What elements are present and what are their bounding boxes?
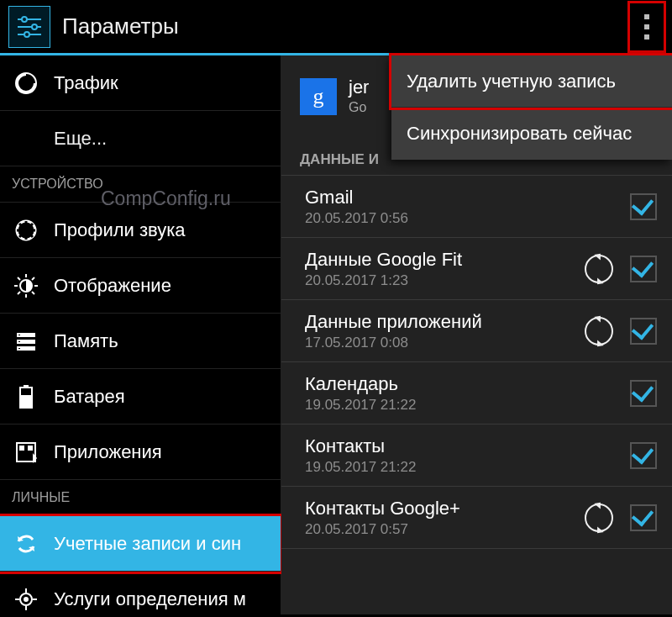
sidebar-item-battery[interactable]: Батарея — [0, 369, 281, 425]
sync-checkbox[interactable] — [630, 380, 657, 407]
sidebar-item-accounts[interactable]: Учетные записи и син — [0, 516, 281, 572]
sidebar-item-sound[interactable]: Профили звука — [0, 203, 281, 258]
svg-point-3 — [32, 24, 37, 29]
sync-checkbox[interactable] — [630, 318, 657, 345]
sync-checkbox[interactable] — [630, 442, 657, 469]
sidebar-item-apps[interactable]: Приложения — [0, 425, 281, 480]
sync-checkbox[interactable] — [630, 256, 657, 282]
sidebar-item-label: Батарея — [54, 386, 125, 408]
account-provider: Go — [349, 100, 369, 115]
sidebar-item-label: Еще... — [54, 128, 107, 150]
sidebar-item-label: Учетные записи и син — [54, 533, 241, 555]
page-title: Параметры — [62, 13, 179, 40]
sync-item-time: 17.05.2017 0:08 — [305, 335, 585, 351]
sync-item-time: 20.05.2017 0:57 — [305, 521, 585, 538]
svg-point-30 — [24, 598, 28, 601]
svg-rect-25 — [20, 395, 32, 408]
sync-item[interactable]: Данные Google Fit20.05.2017 1:23 — [281, 238, 672, 300]
sidebar-item-label: Профили звука — [54, 219, 186, 241]
overflow-menu-button[interactable] — [630, 3, 664, 50]
sync-item-title: Данные приложений — [305, 311, 585, 333]
sync-item[interactable]: Календарь19.05.2017 21:22 — [281, 362, 672, 425]
sync-item-title: Контакты — [305, 435, 630, 457]
sync-item[interactable]: Контакты Google+20.05.2017 0:57 — [281, 487, 672, 549]
apps-icon — [13, 440, 39, 465]
menu-item-label: Синхронизировать сейчас — [407, 123, 632, 145]
sidebar-section-personal: ЛИЧНЫЕ — [0, 480, 281, 516]
svg-rect-20 — [18, 335, 20, 335]
sidebar-item-label: Приложения — [54, 441, 162, 463]
svg-rect-28 — [28, 446, 33, 451]
storage-icon — [13, 329, 39, 354]
svg-point-1 — [22, 17, 27, 22]
sidebar-item-label: Услуги определения м — [54, 588, 246, 610]
sync-item-time: 19.05.2017 21:22 — [305, 459, 630, 476]
sync-item-title: Gmail — [305, 187, 630, 208]
sidebar-item-location[interactable]: Услуги определения м — [0, 572, 281, 617]
sidebar-item-storage[interactable]: Память — [0, 314, 281, 369]
svg-rect-27 — [19, 446, 24, 451]
sync-progress-icon — [585, 317, 613, 345]
sync-checkbox[interactable] — [630, 504, 657, 531]
brightness-icon — [13, 273, 39, 298]
menu-item-remove-account[interactable]: Удалить учетную запись — [391, 55, 672, 108]
sync-progress-icon — [585, 504, 613, 532]
sidebar-item-label: Трафик — [54, 72, 118, 94]
svg-line-15 — [32, 277, 34, 280]
settings-icon — [8, 6, 50, 48]
sync-item-time: 20.05.2017 1:23 — [305, 272, 585, 289]
battery-icon — [13, 384, 39, 409]
google-icon: g — [300, 78, 337, 115]
sidebar-item-traffic[interactable]: Трафик — [0, 55, 281, 111]
svg-line-14 — [32, 292, 34, 294]
sync-icon — [13, 531, 39, 556]
sync-item[interactable]: Контакты19.05.2017 21:22 — [281, 425, 672, 487]
sidebar-item-display[interactable]: Отображение — [0, 258, 281, 314]
more-vert-icon — [643, 14, 650, 40]
sound-icon — [13, 218, 39, 243]
svg-rect-21 — [18, 341, 20, 342]
svg-rect-22 — [18, 348, 20, 349]
sync-item-title: Календарь — [305, 373, 630, 395]
sync-progress-icon — [585, 255, 613, 283]
sidebar-item-label: Отображение — [54, 275, 171, 297]
svg-line-16 — [18, 292, 20, 294]
sync-item[interactable]: Gmail20.05.2017 0:56 — [281, 176, 672, 238]
data-usage-icon — [13, 71, 39, 96]
svg-line-13 — [18, 277, 20, 280]
sidebar-item-label: Память — [54, 330, 118, 352]
sync-item-time: 19.05.2017 21:22 — [305, 397, 630, 414]
sync-item[interactable]: Данные приложений17.05.2017 0:08 — [281, 300, 672, 362]
account-detail-pane: g jer Go ДАННЫЕ И Gmail20.05.2017 0:56Да… — [281, 55, 672, 614]
action-bar: Параметры — [0, 0, 672, 55]
account-name: jer — [349, 78, 369, 97]
sync-item-title: Данные Google Fit — [305, 249, 585, 271]
sidebar-item-more[interactable]: Еще... — [0, 111, 281, 166]
menu-item-label: Удалить учетную запись — [407, 71, 616, 92]
sync-checkbox[interactable] — [630, 193, 657, 220]
sync-item-title: Контакты Google+ — [305, 498, 585, 519]
menu-item-sync-now[interactable]: Синхронизировать сейчас — [391, 108, 672, 160]
overflow-popup-menu: Удалить учетную запись Синхронизировать … — [391, 55, 672, 160]
settings-sidebar: Трафик Еще... УСТРОЙСТВО Профили звука О… — [0, 55, 281, 614]
svg-point-5 — [24, 32, 29, 37]
sidebar-section-device: УСТРОЙСТВО — [0, 166, 281, 203]
location-icon — [13, 587, 39, 612]
sync-item-time: 20.05.2017 0:56 — [305, 210, 630, 227]
